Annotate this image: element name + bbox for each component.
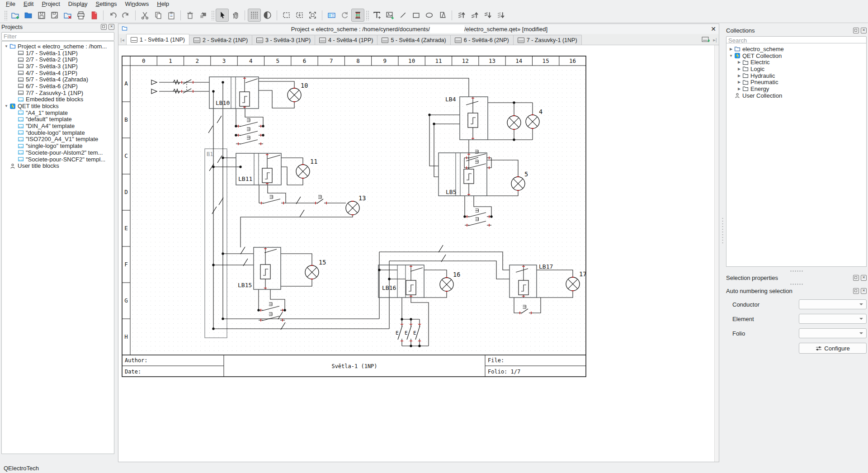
rotate-selection-button[interactable] [338,9,351,22]
tree-item-embedded-title-blocks[interactable]: Embedded title blocks [2,96,114,103]
titleblock-editor-button[interactable] [325,9,338,22]
close-project-button[interactable] [61,9,74,22]
add-line-button[interactable] [396,9,410,22]
element-combobox[interactable] [799,314,867,324]
add-text-button[interactable] [370,9,383,22]
menu-windows[interactable]: Windows [121,0,153,8]
tree-item-qet-collection[interactable]: ▼ϟQET Collection [726,52,866,59]
paste-button[interactable] [165,9,178,22]
float-dock-icon[interactable] [101,24,107,30]
save-as-button[interactable] [48,9,61,22]
filter-input[interactable] [1,32,114,41]
tree-item-user-title-blocks[interactable]: User title blocks [2,162,114,169]
configure-button[interactable]: Configure [799,343,867,354]
export-pdf-button[interactable] [87,9,100,22]
expander-closed-icon[interactable]: ▶ [736,67,742,71]
conductor-combobox[interactable] [799,299,867,309]
tree-item-4-7-sv-tla-4-1pp-[interactable]: 4/7 - Světla-4 (1PP) [2,70,114,76]
contrast-toggle-button[interactable] [261,9,274,22]
tree-item--double-logo-template[interactable]: "double-logo" template [2,129,114,136]
tree-item-pneumatic[interactable]: ▶Pneumatic [726,79,866,85]
undo-button[interactable] [106,9,119,22]
folio-combobox[interactable] [799,328,867,338]
tree-item-2-7-sv-tla-2-1np-[interactable]: 2/7 - Světla-2 (1NP) [2,56,114,63]
folio-tab-6[interactable]: 6 - Světla-6 (2NP) [450,35,514,45]
print-button[interactable] [74,9,87,22]
menu-file[interactable]: File [2,0,19,8]
close-dock-icon[interactable]: ✕ [861,275,867,281]
float-dock-icon[interactable] [853,275,859,281]
tabs-scroll-right-button[interactable]: ▸| [711,35,719,45]
tree-item-6-7-sv-tla-6-2np-[interactable]: 6/7 - Světla-6 (2NP) [2,83,114,90]
new-project-button[interactable] [9,9,22,22]
expander-closed-icon[interactable]: ▶ [736,60,742,64]
tree-item-energy[interactable]: ▶Energy [726,85,866,92]
tree-item-user-collection[interactable]: User Collection [726,92,866,99]
tree-item-qet-title-blocks[interactable]: ▼ϟQET title blocks [2,103,114,109]
folio-tab-7[interactable]: 7 - Zasuvky-1 (1NP) [513,35,582,45]
tree-item--societe-pour-sncf2-templ-[interactable]: "Societe-pour-SNCF2" templ... [2,156,114,163]
folio-tab-5[interactable]: 5 - Světla-4 (Zahrada) [377,35,450,45]
folio-tab-4[interactable]: 4 - Světla-4 (1PP) [315,35,377,45]
frame-tool-button[interactable] [306,9,319,22]
toolbar-drag-handle[interactable] [4,10,7,20]
tree-item-electro-scheme[interactable]: ▶electro_scheme [726,46,866,52]
bring-to-front-button[interactable] [455,9,468,22]
folio-tab-3[interactable]: 3 - Světla-3 (1NP) [252,35,315,45]
cut-button[interactable] [138,9,151,22]
open-project-button[interactable] [22,9,35,22]
transform-button[interactable] [197,9,210,22]
menu-display[interactable]: Display [64,0,92,8]
menu-edit[interactable]: Edit [19,0,38,8]
menu-settings[interactable]: Settings [91,0,121,8]
add-folio-button[interactable] [700,35,711,45]
close-dock-icon[interactable]: ✕ [861,288,867,294]
folio-tab-2[interactable]: 2 - Světla-2 (1NP) [189,35,252,45]
fit-selection-button[interactable] [293,9,306,22]
raise-button[interactable] [468,9,481,22]
lower-button[interactable] [481,9,494,22]
menu-help[interactable]: Help [153,0,173,8]
grid-toggle-button[interactable] [248,9,261,22]
tree-item--default-template[interactable]: "default" template [2,116,114,123]
tree-item-7-7-zasuvky-1-1np-[interactable]: 7/7 - Zasuvky-1 (1NP) [2,90,114,96]
toolbar-drag-handle[interactable] [366,10,369,20]
tree-item-3-7-sv-tla-3-1np-[interactable]: 3/7 - Světla-3 (1NP) [2,63,114,70]
send-to-back-button[interactable] [494,9,507,22]
tree-item-5-7-sv-tla-4-zahrada-[interactable]: 5/7 - Světla-4 (Zahrada) [2,76,114,83]
select-mode-button[interactable] [216,9,229,22]
expander-open-icon[interactable]: ▼ [728,54,734,58]
expander-closed-icon[interactable]: ▶ [736,74,742,78]
add-polygon-button[interactable] [436,9,449,22]
float-dock-icon[interactable] [853,288,859,294]
tree-item--iso7200-a4-v1-template[interactable]: "ISO7200_A4_V1" template [2,136,114,143]
float-dock-icon[interactable] [853,28,859,33]
tree-item-hydraulic[interactable]: ▶Hydraulic [726,72,866,79]
splitter-handle[interactable] [790,283,803,285]
close-project-window-button[interactable]: ✕ [708,25,719,33]
tree-item-1-7-sv-tla-1-1np-[interactable]: 1/7 - Světla-1 (1NP) [2,50,114,57]
close-dock-icon[interactable]: ✕ [861,28,867,33]
folio-tab-1[interactable]: 1 - Světla-1 (1NP) [126,34,189,45]
tabs-scroll-left-button[interactable]: |◂ [118,35,126,45]
save-button[interactable] [35,9,48,22]
tree-item-logic[interactable]: ▶Logic [726,66,866,72]
pan-mode-button[interactable] [229,9,242,22]
expander-closed-icon[interactable]: ▶ [736,87,742,91]
redo-button[interactable] [119,9,132,22]
expander-closed-icon[interactable]: ▶ [728,47,734,51]
tree-item--din-a4-template[interactable]: "DIN_A4" template [2,123,114,129]
tree-item--societe-pour-alstom2-tem-[interactable]: "Societe-pour-Alstom2" tem... [2,149,114,156]
vertical-scrollbar[interactable] [714,45,719,462]
close-dock-icon[interactable]: ✕ [108,24,114,30]
schematic-canvas[interactable]: 012345678910111213141516ABCDEFGHAuthor:D… [118,45,719,462]
add-image-button[interactable] [383,9,396,22]
splitter-handle[interactable] [790,270,803,272]
menu-project[interactable]: Project [38,0,64,8]
tree-item-electric[interactable]: ▶Electric [726,59,866,66]
tree-item--a4-1-template[interactable]: "A4_1" template [2,109,114,116]
copy-button[interactable] [151,9,165,22]
delete-button[interactable] [184,9,197,22]
toolbar-drag-handle[interactable] [211,10,214,20]
tree-item--single-logo-template[interactable]: "single-logo" template [2,142,114,149]
